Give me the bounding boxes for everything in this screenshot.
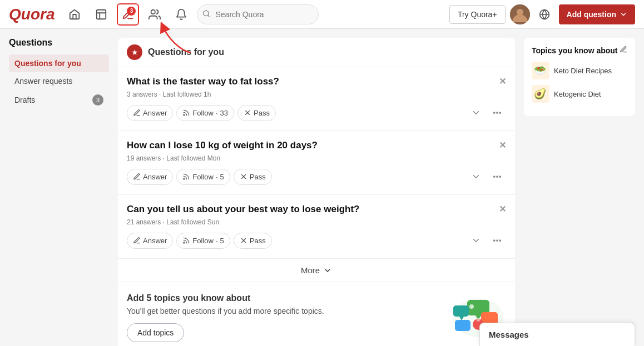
pass-button-1[interactable]: Pass: [237, 105, 276, 121]
svg-point-14: [497, 112, 498, 113]
home-icon: [68, 8, 81, 21]
svg-point-22: [184, 242, 185, 243]
main-layout: Questions Questions for you Answer reque…: [0, 29, 644, 346]
people-nav-button[interactable]: [143, 3, 166, 26]
add-topics-card: Add 5 topics you know about You'll get b…: [118, 282, 515, 346]
write-nav-button[interactable]: 3: [117, 3, 139, 26]
svg-rect-35: [455, 320, 470, 331]
write-badge: 3: [127, 7, 136, 16]
add-question-label: Add question: [567, 10, 616, 19]
sidebar-item-label: Questions for you: [14, 59, 81, 68]
pass-button-2[interactable]: Pass: [234, 169, 272, 185]
question-card-1: What is the faster way to fat loss? ✕ 3 …: [118, 67, 515, 131]
follow-button-3[interactable]: Follow · 5: [176, 233, 230, 249]
follow-icon: [182, 109, 190, 117]
chevron-down-icon: [323, 266, 332, 275]
answer-icon: [133, 109, 141, 117]
downvote-button-1[interactable]: [467, 104, 485, 122]
more-options-button-2[interactable]: [488, 168, 506, 185]
answer-button-1[interactable]: Answer: [127, 105, 173, 121]
sidebar: Questions Questions for you Answer reque…: [9, 38, 109, 346]
close-button-3[interactable]: ✕: [499, 204, 506, 214]
answer-icon: [133, 173, 141, 180]
pass-icon: [244, 109, 251, 117]
close-button-2[interactable]: ✕: [499, 140, 506, 151]
follow-sep-3: ·: [216, 237, 218, 245]
add-topics-button[interactable]: Add topics: [127, 323, 184, 342]
svg-point-13: [494, 112, 495, 113]
question-meta-2: 19 answers · Last followed Mon: [127, 154, 506, 162]
panel-title: Topics you know about: [532, 46, 627, 55]
downvote-button-2[interactable]: [467, 168, 485, 185]
svg-point-10: [184, 114, 185, 116]
search-bar: [197, 4, 319, 24]
more-section: More: [118, 259, 515, 282]
add-topics-title: Add 5 topics you know about: [127, 293, 324, 303]
follow-button-2[interactable]: Follow · 5: [176, 169, 230, 185]
svg-point-27: [499, 240, 501, 241]
follow-number-2: 5: [220, 173, 224, 181]
panel-title-text: Topics you know about: [532, 46, 618, 55]
svg-point-38: [469, 304, 474, 309]
language-button[interactable]: [534, 4, 554, 24]
question-meta-3: 21 answers · Last followed Sun: [127, 218, 506, 226]
close-button-1[interactable]: ✕: [499, 76, 506, 87]
svg-point-16: [184, 178, 185, 179]
add-topics-description: You'll get better questions if you add m…: [127, 307, 324, 315]
notifications-nav-button[interactable]: [170, 3, 192, 26]
downvote-icon: [471, 172, 481, 182]
pass-icon: [240, 237, 247, 244]
topic-item-2[interactable]: 🥑 Ketogenic Diet: [532, 85, 627, 103]
question-card-3: Can you tell us about your best way to l…: [118, 195, 515, 259]
main-content: ★ Questions for you What is the faster w…: [118, 38, 515, 346]
follow-icon: [182, 237, 190, 244]
drafts-badge: 3: [92, 94, 103, 106]
sidebar-item-answer-requests[interactable]: Answer requests: [9, 72, 109, 90]
topic-item-1[interactable]: 🥗 Keto Diet Recipes: [532, 62, 627, 79]
edit-icon[interactable]: [620, 46, 627, 55]
messages-panel[interactable]: Messages: [479, 323, 635, 346]
add-topics-text: Add 5 topics you know about You'll get b…: [127, 293, 324, 342]
question-actions-3: Answer Follow · 5 Pass: [127, 232, 506, 249]
avatar[interactable]: [510, 4, 530, 24]
pass-icon: [240, 173, 247, 180]
bell-icon: [175, 8, 187, 21]
answer-button-2[interactable]: Answer: [127, 169, 173, 185]
svg-point-39: [477, 318, 480, 322]
home-nav-button[interactable]: [63, 3, 86, 26]
svg-point-26: [497, 240, 498, 241]
search-input[interactable]: [197, 4, 319, 24]
question-actions-1: Answer Follow · 33 Pass: [127, 104, 506, 122]
messages-label: Messages: [489, 330, 529, 339]
answer-icon: [133, 237, 141, 244]
answer-button-3[interactable]: Answer: [127, 233, 173, 249]
sidebar-item-drafts[interactable]: Drafts 3: [9, 90, 109, 110]
try-quora-button[interactable]: Try Quora+: [449, 5, 506, 24]
questions-header: ★ Questions for you: [118, 38, 515, 67]
sidebar-item-questions-for-you[interactable]: Questions for you: [9, 54, 109, 72]
people-icon: [148, 8, 161, 21]
topic-thumb-2: 🥑: [532, 85, 549, 103]
question-title-3: Can you tell us about your best way to l…: [127, 204, 506, 215]
more-label: More: [301, 265, 320, 275]
navbar: Quora 3: [0, 0, 644, 29]
more-options-button-1[interactable]: [488, 104, 506, 122]
more-options-button-3[interactable]: [488, 232, 506, 249]
sidebar-item-label: Drafts: [14, 96, 35, 104]
follow-icon: [182, 173, 190, 180]
pass-button-3[interactable]: Pass: [234, 233, 272, 249]
more-button[interactable]: More: [301, 265, 332, 275]
question-title-1: What is the faster way to fat loss? ✕: [127, 76, 506, 87]
add-question-button[interactable]: Add question: [559, 4, 635, 24]
svg-rect-0: [97, 9, 106, 19]
topics-panel: Topics you know about 🥗 Keto Diet Recipe…: [524, 38, 635, 116]
svg-text:🥑: 🥑: [534, 88, 547, 100]
quora-logo[interactable]: Quora: [9, 6, 55, 23]
chevron-down-icon: [620, 11, 627, 18]
topic-name-1: Keto Diet Recipes: [554, 67, 612, 75]
follow-button-1[interactable]: Follow · 33: [176, 105, 234, 121]
downvote-button-3[interactable]: [467, 232, 485, 249]
svg-text:🥗: 🥗: [534, 64, 547, 77]
topic-name-2: Ketogenic Diet: [554, 90, 601, 98]
answer-nav-button[interactable]: [90, 3, 112, 26]
